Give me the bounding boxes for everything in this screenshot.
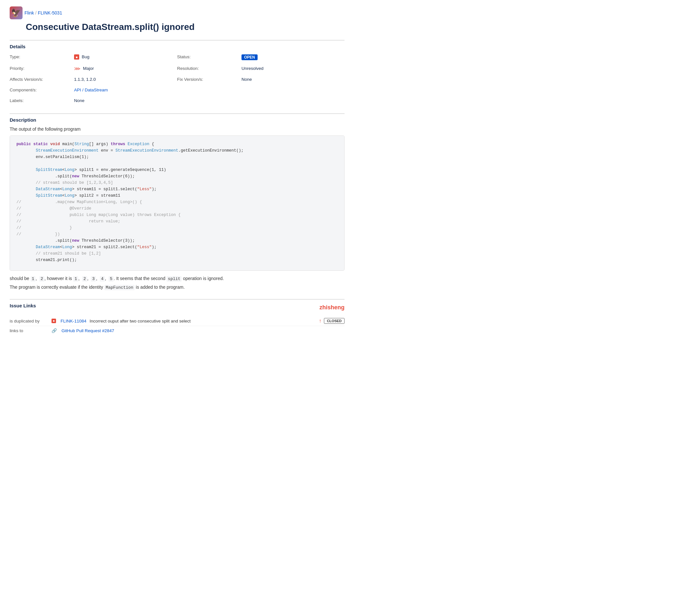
priority-value: ⋙ Major: [74, 65, 177, 72]
issue-link-bug-icon: ■: [51, 319, 56, 323]
component-value[interactable]: API / DataStream: [74, 86, 177, 94]
closed-badge: CLOSED: [324, 318, 345, 324]
after-code-para-1: should be 1, 2, however it is 1, 2, 3, 4…: [10, 276, 345, 281]
breadcrumb: 🦅 Flink / FLINK-5031: [10, 6, 345, 19]
details-section: Details Type: ■ Bug Status: OPEN Priorit…: [10, 40, 345, 104]
issue-link-ref[interactable]: FLINK-11084: [60, 319, 86, 324]
page-title: Consecutive DataStream.split() ignored: [10, 22, 345, 32]
priority-text: Major: [83, 66, 94, 71]
type-value: ■ Bug: [74, 53, 177, 61]
issue-links-user: zhisheng: [319, 304, 345, 311]
resolution-value: Unresolved: [241, 65, 345, 72]
project-logo: 🦅: [10, 6, 22, 19]
issue-link-right: ↑ CLOSED: [319, 318, 345, 324]
code-block: public static void main(String[] args) t…: [10, 136, 345, 271]
link-icon: 🔗: [51, 328, 57, 333]
status-badge: OPEN: [241, 54, 257, 60]
details-grid: Type: ■ Bug Status: OPEN Priority: ⋙ Maj…: [10, 53, 345, 104]
affects-label: Affects Version/s:: [10, 76, 74, 83]
issue-link-desc: Incorrect ouput after two consecutive sp…: [90, 319, 316, 324]
description-intro: The output of the following program: [10, 127, 345, 132]
type-text: Bug: [82, 54, 90, 59]
resolution-label: Resolution:: [177, 65, 241, 72]
priority-up-arrow-icon: ↑: [319, 318, 321, 324]
description-section-title: Description: [10, 117, 345, 123]
issue-link-row: is duplicated by ■ FLINK-11084 Incorrect…: [10, 316, 345, 326]
labels-value: None: [74, 97, 177, 104]
issue-links-title: Issue Links: [10, 303, 36, 308]
breadcrumb-links: Flink / FLINK-5031: [24, 10, 62, 15]
breadcrumb-issue-id[interactable]: FLINK-5031: [38, 10, 62, 15]
description-section: Description The output of the following …: [10, 113, 345, 290]
component-label: Component/s:: [10, 86, 74, 94]
labels-label: Labels:: [10, 97, 74, 104]
issue-links-header: Issue Links zhisheng: [10, 303, 345, 312]
priority-icon: ⋙: [74, 66, 80, 71]
breadcrumb-separator: /: [35, 10, 37, 15]
details-section-title: Details: [10, 44, 345, 49]
affects-value: 1.1.3, 1.2.0: [74, 76, 177, 83]
after-code-para-2: The program is correctly evaluate if the…: [10, 284, 345, 290]
github-link-ref[interactable]: GitHub Pull Request #2847: [61, 328, 114, 333]
bug-icon: ■: [74, 54, 79, 59]
github-link-row: links to 🔗 GitHub Pull Request #2847: [10, 326, 345, 335]
fix-value: None: [241, 76, 345, 83]
type-label: Type:: [10, 53, 74, 61]
issue-links-section: Issue Links zhisheng is duplicated by ■ …: [10, 299, 345, 335]
breadcrumb-project[interactable]: Flink: [24, 10, 34, 15]
fix-label: Fix Version/s:: [177, 76, 241, 83]
issue-link-type: is duplicated by: [10, 319, 48, 324]
github-link-type: links to: [10, 328, 48, 333]
status-label: Status:: [177, 53, 241, 61]
status-value: OPEN: [241, 53, 345, 61]
priority-label: Priority:: [10, 65, 74, 72]
